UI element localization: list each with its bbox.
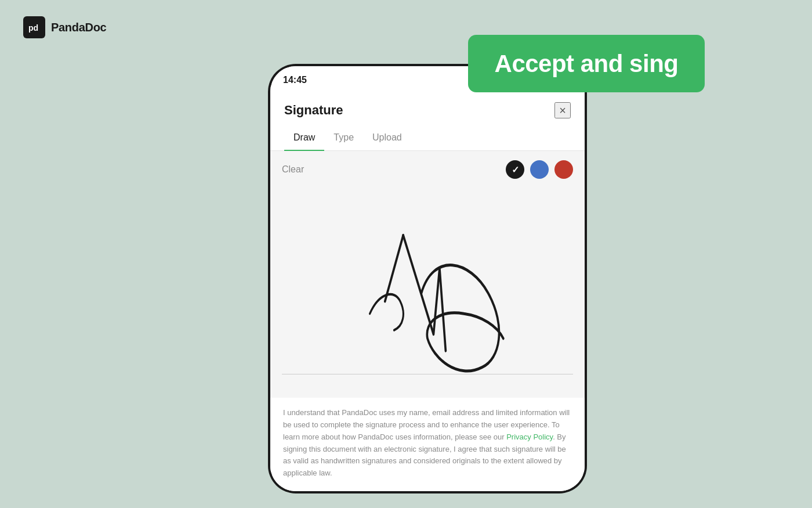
- close-button[interactable]: ×: [554, 102, 571, 118]
- tab-upload[interactable]: Upload: [363, 128, 411, 151]
- phone-screen: 14:45 Signature × Draw: [270, 66, 585, 491]
- accept-and-sign-button[interactable]: Accept and sing: [468, 35, 705, 92]
- logo-area: pd PandaDoc: [23, 16, 106, 38]
- clear-button[interactable]: Clear: [282, 164, 304, 175]
- cta-button-label: Accept and sing: [495, 50, 679, 78]
- color-black[interactable]: [506, 160, 524, 179]
- canvas-toolbar: Clear: [282, 160, 573, 179]
- color-red[interactable]: [554, 160, 573, 179]
- phone-frame: 14:45 Signature × Draw: [268, 64, 587, 493]
- tab-type[interactable]: Type: [324, 128, 363, 151]
- signature-canvas-area: Clear: [270, 151, 585, 398]
- color-blue[interactable]: [530, 160, 549, 179]
- signature-baseline: [282, 374, 573, 374]
- signature-modal: Signature × Draw Type Upload Clear: [270, 89, 585, 491]
- signature-drawing: [282, 186, 573, 392]
- drawing-canvas[interactable]: [282, 186, 573, 392]
- logo-text: PandaDoc: [51, 21, 106, 34]
- modal-title: Signature: [284, 103, 343, 118]
- legal-text-area: I understand that PandaDoc uses my name,…: [270, 398, 585, 491]
- tab-draw[interactable]: Draw: [284, 128, 324, 151]
- pandadoc-logo-icon: pd: [23, 16, 45, 38]
- signature-tabs: Draw Type Upload: [270, 118, 585, 151]
- svg-text:pd: pd: [28, 23, 38, 33]
- privacy-policy-link[interactable]: Privacy Policy: [506, 433, 553, 441]
- status-time: 14:45: [283, 75, 307, 85]
- modal-header: Signature ×: [270, 89, 585, 118]
- color-options: [506, 160, 573, 179]
